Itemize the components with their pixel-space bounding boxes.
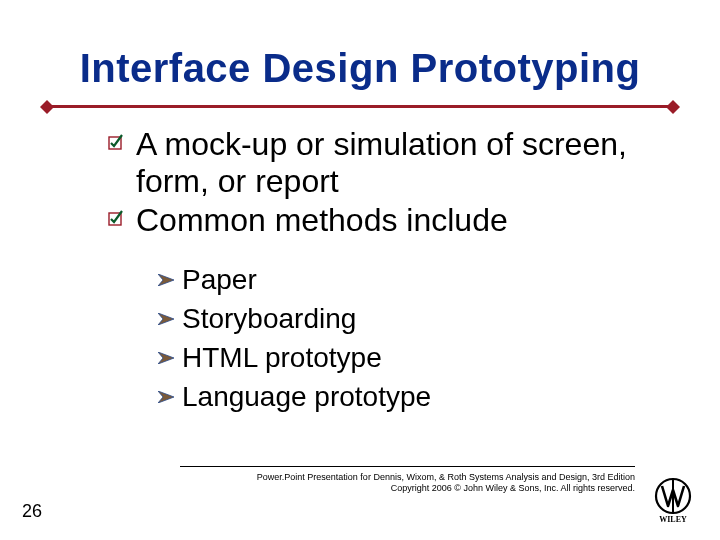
svg-marker-4 <box>158 274 174 286</box>
arrowhead-icon <box>158 311 176 329</box>
list-item: Common methods include <box>108 202 668 239</box>
svg-marker-7 <box>158 391 174 403</box>
list-item-text: Paper <box>182 262 257 297</box>
list-item: A mock-up or simulation of screen, form,… <box>108 126 668 200</box>
arrowhead-icon <box>158 272 176 290</box>
list-item-text: Language prototype <box>182 379 431 414</box>
list-item-text: Storyboarding <box>182 301 356 336</box>
arrowhead-icon <box>158 389 176 407</box>
list-item: HTML prototype <box>158 340 658 375</box>
list-item-text: Common methods include <box>136 202 508 239</box>
bullet-list-level2: Paper Storyboarding HTML prototype Langu… <box>158 262 658 418</box>
list-item: Language prototype <box>158 379 658 414</box>
footer-credits: Power.Point Presentation for Dennis, Wix… <box>180 472 635 495</box>
checkbox-icon <box>108 134 130 154</box>
checkbox-icon <box>108 210 130 230</box>
list-item-text: A mock-up or simulation of screen, form,… <box>136 126 668 200</box>
slide-title: Interface Design Prototyping <box>0 46 720 91</box>
list-item-text: HTML prototype <box>182 340 382 375</box>
arrow-right-icon <box>666 100 680 114</box>
list-item: Paper <box>158 262 658 297</box>
title-underline <box>40 100 680 114</box>
svg-marker-1 <box>666 100 680 114</box>
footer-divider <box>180 466 635 467</box>
credits-line-1: Power.Point Presentation for Dennis, Wix… <box>180 472 635 483</box>
arrow-left-icon <box>40 100 54 114</box>
bullet-list-level1: A mock-up or simulation of screen, form,… <box>108 126 668 240</box>
svg-marker-0 <box>40 100 54 114</box>
page-number: 26 <box>22 501 42 522</box>
underline-bar <box>50 105 670 108</box>
credits-line-2: Copyright 2006 © John Wiley & Sons, Inc.… <box>180 483 635 494</box>
svg-marker-5 <box>158 313 174 325</box>
svg-text:WILEY: WILEY <box>659 515 687 524</box>
svg-marker-6 <box>158 352 174 364</box>
arrowhead-icon <box>158 350 176 368</box>
list-item: Storyboarding <box>158 301 658 336</box>
wiley-logo-icon: WILEY <box>648 474 698 524</box>
